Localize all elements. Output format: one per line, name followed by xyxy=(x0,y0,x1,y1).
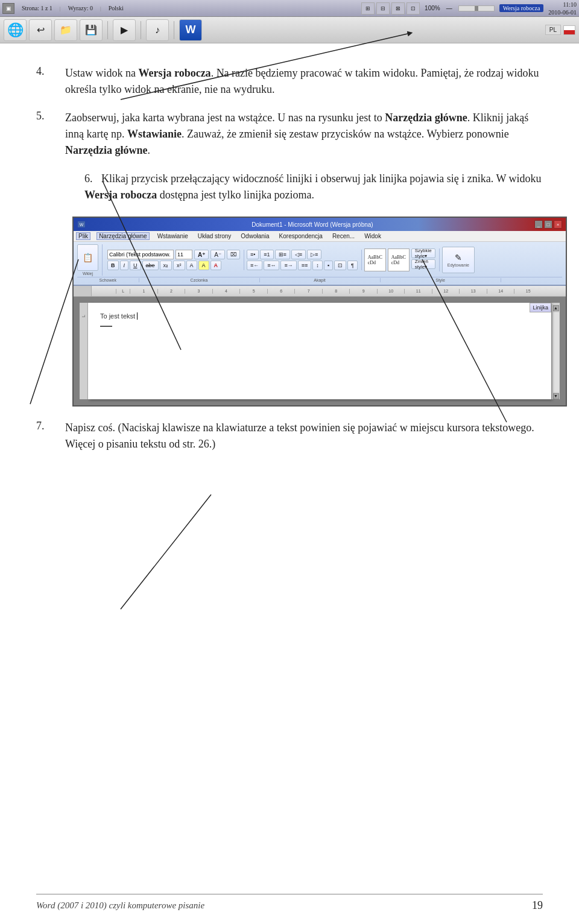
ruler-mark-15: 15 xyxy=(514,289,542,294)
ruler-mark-13: 13 xyxy=(459,289,487,294)
ruler-mark-4: 4 xyxy=(212,289,240,294)
scroll-track xyxy=(553,312,559,392)
increase-indent-button[interactable]: ▷≡ xyxy=(307,250,321,259)
taskbar-zoom: 100% xyxy=(425,5,440,11)
edytowanie-button[interactable]: ✎ Edytowanie xyxy=(442,247,475,273)
style-normal-thumb[interactable]: AaBbCcDd xyxy=(364,248,386,271)
datetime: 11:10 2010-06-01 xyxy=(548,1,577,16)
edit-label: Edytowanie xyxy=(448,263,469,267)
close-button[interactable]: × xyxy=(554,220,562,229)
label-edytowanie xyxy=(501,278,563,282)
label-czcionka: Czcionka xyxy=(139,278,260,282)
style-heading1-thumb[interactable]: AaBbCcDd xyxy=(388,248,410,271)
item4-text: Ustaw widok na Wersja robocza. Na razie … xyxy=(65,65,543,98)
wklej-label: Wklej xyxy=(83,271,93,276)
ruler-mark-11: 11 xyxy=(404,289,432,294)
pilcrow-button[interactable]: ¶ xyxy=(347,261,358,270)
item4-number: 4. xyxy=(36,65,65,98)
strikethrough-button[interactable]: abe xyxy=(142,261,159,270)
linespace-button[interactable]: ↕ xyxy=(312,261,323,270)
toolbar-separator2 xyxy=(141,21,141,39)
ruler-corner xyxy=(74,286,92,296)
justify-button[interactable]: ≡≡ xyxy=(298,261,312,270)
toolbar-btn-save[interactable]: 💾 xyxy=(80,19,103,41)
menu-korespondencja[interactable]: Korespondencja xyxy=(277,233,324,239)
toolbar-btn-play[interactable]: ▶ xyxy=(113,19,136,41)
numbering-button[interactable]: ≡1 xyxy=(260,250,273,259)
footer-left-text: Word (2007 i 2010) czyli komputerowe pis… xyxy=(36,900,204,911)
word-title: Dokument1 - Microsoft Word (Wersja próbn… xyxy=(90,221,534,228)
shading-button[interactable]: ▪ xyxy=(324,261,333,270)
minimize-button[interactable]: _ xyxy=(534,220,543,229)
window-control-buttons[interactable]: _ □ × xyxy=(534,220,562,229)
scroll-down-button[interactable]: ▼ xyxy=(553,393,559,399)
shrink-font-button[interactable]: A⁻ xyxy=(210,250,225,259)
toolbar-btn-back[interactable]: ↩ xyxy=(29,19,52,41)
bullets-button[interactable]: ≡• xyxy=(247,250,259,259)
edit-icon: ✎ xyxy=(455,253,462,262)
zmien-style-button[interactable]: Zmieństyle▾ xyxy=(411,259,435,269)
highlight-button[interactable]: A xyxy=(198,261,209,270)
toolbar-btn-music[interactable]: ♪ xyxy=(146,19,169,41)
taskbar-lang: Polski xyxy=(105,5,127,11)
flag-icon xyxy=(563,25,575,35)
align-center-button[interactable]: ≡↔ xyxy=(264,261,279,270)
item5-bold3: Narzędzia główne xyxy=(65,144,147,156)
maximize-button[interactable]: □ xyxy=(544,220,552,229)
word-icon-small: W xyxy=(77,221,86,228)
view-icon-4[interactable]: ⊡ xyxy=(407,2,420,14)
clear-format-button[interactable]: ⌧ xyxy=(227,250,240,259)
item6-number: 6. xyxy=(84,172,93,185)
taskbar-right: ⊞ ⊟ ⊠ ⊡ 100% — Wersja robocza 11:10 2010… xyxy=(361,1,577,16)
taskbar-left: ▣ Strona: 1 z 1 | Wyrazy: 0 | Polski xyxy=(2,3,127,14)
right-scrollbar[interactable]: ▲ ▼ xyxy=(551,303,560,399)
border-button[interactable]: ⊡ xyxy=(334,261,346,270)
taskbar-window-btn[interactable]: ▣ xyxy=(2,3,14,14)
superscript-button[interactable]: x² xyxy=(173,261,185,270)
multilevel-button[interactable]: ⊞≡ xyxy=(275,250,290,259)
decrease-indent-button[interactable]: ◁≡ xyxy=(291,250,306,259)
toolbar2: 🌐 ↩ 📁 💾 ▶ ♪ W PL xyxy=(0,17,579,43)
grow-font-button[interactable]: A⁺ xyxy=(194,250,209,259)
szybkie-style-button[interactable]: Szybkiestyle▾ xyxy=(411,248,435,258)
ruler-mark-7: 7 xyxy=(294,289,322,294)
fontcolor-button[interactable]: A xyxy=(210,261,222,270)
view-icon-2[interactable]: ⊟ xyxy=(376,2,390,14)
menu-plik[interactable]: Plik xyxy=(76,232,90,240)
align-right-button[interactable]: ≡→ xyxy=(280,261,296,270)
underline-button[interactable]: U xyxy=(130,261,141,270)
menu-recen[interactable]: Recen... xyxy=(331,233,356,239)
paragraph-item-6: 6. Klikaj przycisk przełączający widoczn… xyxy=(84,171,543,203)
bold-button[interactable]: B xyxy=(107,261,119,270)
ruler-mark-8: 8 xyxy=(322,289,350,294)
menu-widok[interactable]: Widok xyxy=(362,233,383,239)
taskbar-zoom-slider[interactable] xyxy=(458,5,495,11)
font-name-selector[interactable] xyxy=(107,250,174,259)
view-icon-3[interactable]: ⊠ xyxy=(391,2,405,14)
ribbon-para-row1: ≡• ≡1 ⊞≡ ◁≡ ▷≡ xyxy=(247,250,358,259)
font-size-selector[interactable] xyxy=(176,250,192,259)
wklej-button[interactable]: 📋 xyxy=(77,244,98,271)
ruler-mark-14: 14 xyxy=(487,289,514,294)
align-left-button[interactable]: ≡← xyxy=(247,261,262,270)
view-icon-1[interactable]: ⊞ xyxy=(361,2,375,14)
subscript-button[interactable]: x₂ xyxy=(160,261,172,270)
ruler-mark-L: L xyxy=(116,289,130,294)
toolbar-btn-globe[interactable]: 🌐 xyxy=(4,19,27,41)
ribbon-section-labels: Schowek Czcionka Akapit Style xyxy=(77,277,562,282)
textcolor-button[interactable]: A xyxy=(186,261,197,270)
label-akapit: Akapit xyxy=(260,278,381,282)
toolbar-btn-folder[interactable]: 📁 xyxy=(54,19,77,41)
menu-wstawianie[interactable]: Wstawianie xyxy=(156,233,190,239)
italic-button[interactable]: I xyxy=(120,261,129,270)
menu-narzedzia[interactable]: Narzędzia główne xyxy=(96,232,150,240)
menu-uklad[interactable]: Układ strony xyxy=(196,233,233,239)
menu-odwolania[interactable]: Odwołania xyxy=(239,233,271,239)
toolbar-lang-flags xyxy=(563,25,575,35)
item6-text: Klikaj przycisk przełączający widoczność… xyxy=(84,172,542,201)
toolbar-btn-word[interactable]: W xyxy=(179,19,202,41)
date-display: 2010-06-01 xyxy=(548,8,577,16)
item6-bold1: Wersja robocza xyxy=(84,189,157,201)
window-controls-left: W xyxy=(77,221,86,228)
scroll-up-button[interactable]: ▲ xyxy=(553,305,559,311)
